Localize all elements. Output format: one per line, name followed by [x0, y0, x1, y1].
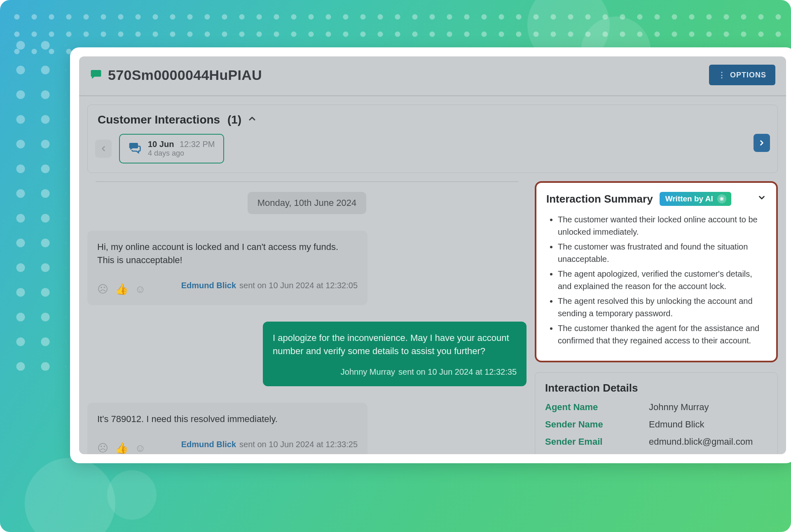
decorative-background: 570Sm0000044HuPIAU ⋮ OPTIONS Customer In…: [0, 0, 791, 532]
section-header[interactable]: Customer Interactions (1): [88, 105, 777, 131]
screenshot-panel: 570Sm0000044HuPIAU ⋮ OPTIONS Customer In…: [70, 47, 791, 463]
detail-key: Sender Name: [545, 419, 644, 430]
angry-face-icon[interactable]: ☹: [97, 441, 108, 454]
detail-key: Agent Name: [545, 402, 644, 413]
carousel-prev-button[interactable]: [95, 140, 112, 158]
options-label: OPTIONS: [730, 71, 766, 79]
title-bar: 570Sm0000044HuPIAU ⋮ OPTIONS: [79, 56, 786, 96]
customer-interactions-section: Customer Interactions (1): [87, 105, 778, 173]
message-timestamp: sent on 10 Jun 2024 at 12:32:35: [398, 366, 517, 378]
section-count: (1): [227, 113, 241, 126]
summary-list: The customer wanted their locked online …: [546, 213, 766, 347]
chip-time: 12:32 PM: [180, 140, 215, 149]
message-sender: Johnny Murray: [341, 366, 395, 378]
kebab-icon: ⋮: [718, 70, 726, 79]
decorative-bubble: [107, 470, 157, 520]
section-title-text: Customer Interactions: [98, 113, 220, 126]
details-grid: Agent Name Johnny Murray Sender Name Edm…: [545, 402, 768, 447]
decorative-bubble: [25, 458, 115, 532]
summary-bullet: The customer thanked the agent for the a…: [558, 322, 766, 347]
interactions-carousel: 10 Jun 12:32 PM 4 days ago: [88, 131, 777, 173]
message-inbound: It's 789012. I need this resolved immedi…: [87, 403, 367, 454]
carousel-next-button[interactable]: [754, 134, 770, 152]
message-reactions: ☹ 👍 ☺: [97, 441, 146, 454]
written-by-ai-badge: Written by AI ✳: [660, 192, 731, 206]
chevron-down-icon: [757, 193, 766, 205]
message-reactions: ☹ 👍 ☺: [97, 282, 146, 297]
message-footer: ☹ 👍 ☺ Edmund Blick sent on 10 Jun 2024 a…: [97, 433, 358, 454]
detail-value: Johnny Murray: [649, 402, 768, 413]
chip-relative: 4 days ago: [148, 149, 215, 158]
message-meta: Johnny Murray sent on 10 Jun 2024 at 12:…: [273, 366, 517, 378]
title-bar-left: 570Sm0000044HuPIAU: [90, 67, 262, 83]
smile-face-icon[interactable]: ☺: [135, 282, 146, 297]
summary-header[interactable]: Interaction Summary Written by AI ✳: [546, 192, 766, 206]
ai-icon: ✳: [717, 194, 726, 203]
detail-value: edmund.blick@gmail.com: [649, 436, 768, 447]
decorative-dots: [8, 33, 66, 371]
message-outbound: I apologize for the inconvenience. May I…: [263, 322, 527, 386]
body: Monday, 10th June 2024 Hi, my online acc…: [79, 181, 786, 454]
ai-badge-text: Written by AI: [665, 194, 713, 203]
summary-title: Interaction Summary: [546, 193, 653, 205]
message-meta: Edmund Blick sent on 10 Jun 2024 at 12:3…: [181, 280, 358, 292]
thumbs-up-icon[interactable]: 👍: [115, 282, 128, 297]
interaction-details-card: Interaction Details Agent Name Johnny Mu…: [535, 372, 778, 454]
date-pill: Monday, 10th June 2024: [248, 192, 367, 214]
divider: [96, 181, 518, 182]
message-text: Hi, my online account is locked and I ca…: [97, 240, 358, 267]
detail-value: Edmund Blick: [649, 419, 768, 430]
chip-date: 10 Jun: [148, 140, 174, 149]
message-timestamp: sent on 10 Jun 2024 at 12:32:05: [239, 280, 358, 292]
details-title: Interaction Details: [545, 382, 768, 394]
message-meta: Edmund Blick sent on 10 Jun 2024 at 12:3…: [181, 439, 358, 450]
message-sender: Edmund Blick: [181, 439, 236, 450]
summary-bullet: The agent apologized, verified the custo…: [558, 268, 766, 292]
message-timestamp: sent on 10 Jun 2024 at 12:33:25: [239, 439, 358, 450]
detail-key: Sender Email: [545, 436, 644, 447]
message-sender: Edmund Blick: [181, 280, 236, 292]
chevron-up-icon: [247, 114, 257, 126]
angry-face-icon[interactable]: ☹: [97, 282, 108, 297]
message-inbound: Hi, my online account is locked and I ca…: [87, 231, 367, 305]
interaction-chip-line1: 10 Jun 12:32 PM: [148, 140, 215, 149]
interaction-chip[interactable]: 10 Jun 12:32 PM 4 days ago: [119, 134, 224, 163]
options-button[interactable]: ⋮ OPTIONS: [709, 65, 775, 85]
interaction-chip-text: 10 Jun 12:32 PM 4 days ago: [148, 140, 215, 158]
side-column: Interaction Summary Written by AI ✳ The …: [535, 181, 786, 454]
chat-icon: [90, 68, 102, 82]
message-footer: ☹ 👍 ☺ Edmund Blick sent on 10 Jun 2024 a…: [97, 274, 358, 297]
interaction-summary-card: Interaction Summary Written by AI ✳ The …: [535, 181, 778, 362]
message-text: It's 789012. I need this resolved immedi…: [97, 413, 358, 426]
record-id: 570Sm0000044HuPIAU: [108, 67, 262, 83]
section-title: Customer Interactions (1): [98, 113, 241, 126]
app-window: 570Sm0000044HuPIAU ⋮ OPTIONS Customer In…: [79, 56, 786, 454]
summary-bullet: The customer wanted their locked online …: [558, 213, 766, 238]
summary-bullet: The customer was frustrated and found th…: [558, 240, 766, 265]
summary-bullet: The agent resolved this by unlocking the…: [558, 295, 766, 320]
date-pill-row: Monday, 10th June 2024: [87, 192, 527, 214]
conversation-thread: Monday, 10th June 2024 Hi, my online acc…: [79, 181, 535, 454]
thumbs-up-icon[interactable]: 👍: [115, 441, 128, 454]
message-text: I apologize for the inconvenience. May I…: [273, 331, 517, 358]
smile-face-icon[interactable]: ☺: [135, 441, 146, 454]
conversation-icon: [128, 141, 141, 156]
